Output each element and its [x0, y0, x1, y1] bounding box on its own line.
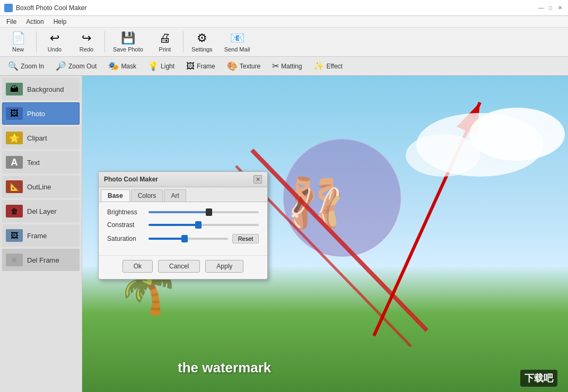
tab-zoom-in[interactable]: 🔍 Zoom In — [2, 58, 50, 74]
tab-mask-label: Mask — [121, 63, 136, 70]
dialog-tab-base[interactable]: Base — [101, 189, 130, 202]
save-button[interactable]: 💾 Save Photo — [107, 29, 149, 55]
sidebar-item-outline[interactable]: 📐 OutLine — [2, 176, 80, 198]
mask-icon: 🎭 — [108, 61, 119, 71]
sidebar-item-background[interactable]: 🏔 Background — [2, 78, 80, 100]
brightness-thumb — [206, 208, 212, 216]
svg-line-3 — [252, 150, 427, 330]
restore-button[interactable]: □ — [547, 4, 554, 12]
new-button[interactable]: 📄 New — [2, 29, 34, 55]
menu-help[interactable]: Help — [49, 17, 71, 27]
sidebar-item-delframe: ✖ Del Frame — [2, 249, 80, 271]
sidebar: 🏔 Background 🖼 Photo ⭐ Clipart A Text 📐 … — [0, 76, 82, 392]
tab-light[interactable]: 💡 Light — [142, 58, 180, 74]
tab-matting-label: Matting — [281, 63, 302, 70]
dialog-footer: Ok Cancel Apply — [99, 255, 267, 279]
canvas-area[interactable]: 🌴 🩰 the watermark — [82, 76, 568, 392]
svg-line-6 — [374, 102, 480, 336]
sidebar-item-photo[interactable]: 🖼 Photo — [2, 102, 80, 125]
background-icon: 🏔 — [6, 83, 23, 95]
sidebar-outline-label: OutLine — [27, 183, 51, 191]
ok-button[interactable]: Ok — [123, 260, 153, 273]
saturation-row: Saturation Reset — [107, 234, 259, 243]
app-title: Boxoft Photo Cool Maker — [16, 4, 86, 12]
tab-effect[interactable]: ✨ Effect — [308, 58, 348, 74]
sendmail-button[interactable]: 📧 Send Mail — [219, 29, 256, 55]
saturation-fill — [148, 238, 185, 240]
menu-action[interactable]: Action — [22, 17, 48, 27]
save-label: Save Photo — [113, 46, 143, 53]
tab-zoom-in-label: Zoom In — [21, 63, 44, 70]
light-icon: 💡 — [148, 61, 159, 71]
print-icon: 🖨 — [159, 31, 171, 45]
dialog-title: Photo Cool Maker — [104, 176, 158, 183]
titlebar-left: Boxoft Photo Cool Maker — [4, 4, 86, 12]
brightness-fill — [148, 211, 209, 213]
toolbar-sep-1 — [36, 31, 37, 53]
sidebar-background-label: Background — [27, 85, 64, 93]
sendmail-label: Send Mail — [224, 46, 250, 53]
reset-button[interactable]: Reset — [232, 234, 259, 243]
save-icon: 💾 — [121, 31, 135, 45]
main-content: 🏔 Background 🖼 Photo ⭐ Clipart A Text 📐 … — [0, 76, 568, 392]
text-icon: A — [6, 156, 23, 169]
tab-texture[interactable]: 🎨 Texture — [221, 58, 266, 74]
contrast-label: Constrast — [107, 221, 144, 229]
dialog-tab-colors[interactable]: Colors — [131, 189, 163, 202]
zoom-in-icon: 🔍 — [8, 61, 19, 71]
tab-zoom-out-label: Zoom Out — [68, 63, 97, 70]
texture-icon: 🎨 — [227, 61, 238, 71]
saturation-label: Saturation — [107, 235, 144, 242]
svg-point-9 — [406, 134, 480, 177]
svg-point-8 — [469, 108, 565, 161]
app-icon — [4, 4, 13, 12]
dialog: Photo Cool Maker ✕ Base Colors Art Brigh… — [98, 171, 268, 280]
redo-label: Redo — [80, 46, 93, 53]
dialog-titlebar: Photo Cool Maker ✕ — [99, 172, 267, 187]
effect-icon: ✨ — [313, 61, 324, 71]
redo-button[interactable]: ↪ Redo — [71, 29, 102, 55]
sidebar-item-frame[interactable]: 🖼 Frame — [2, 224, 80, 247]
brightness-track[interactable] — [148, 211, 259, 213]
undo-label: Undo — [48, 46, 62, 53]
sidebar-item-clipart[interactable]: ⭐ Clipart — [2, 127, 80, 149]
contrast-row: Constrast — [107, 221, 259, 229]
settings-button[interactable]: ⚙ Settings — [186, 29, 219, 55]
sidebar-dellayer-label: Del Layer — [27, 207, 57, 215]
apply-button[interactable]: Apply — [205, 260, 243, 273]
undo-icon: ↩ — [50, 31, 59, 45]
sidebar-frame-icon: 🖼 — [6, 229, 23, 242]
sidebar-delframe-label: Del Frame — [27, 256, 59, 264]
matting-icon: ✂ — [272, 61, 279, 71]
svg-text:🩰: 🩰 — [286, 175, 346, 231]
cancel-button[interactable]: Cancel — [158, 260, 200, 273]
undo-button[interactable]: ↩ Undo — [39, 29, 71, 55]
saturation-track[interactable] — [148, 238, 228, 240]
menu-file[interactable]: File — [2, 17, 21, 27]
dialog-close-button[interactable]: ✕ — [254, 175, 262, 184]
tab-zoom-out[interactable]: 🔎 Zoom Out — [50, 58, 102, 74]
svg-point-1 — [284, 140, 400, 256]
redo-icon: ↪ — [82, 31, 91, 45]
close-button[interactable]: ✕ — [556, 4, 564, 12]
brightness-row: Brightness — [107, 208, 259, 216]
contrast-track[interactable] — [148, 224, 259, 226]
brightness-label: Brightness — [107, 208, 144, 216]
dialog-tab-art[interactable]: Art — [164, 189, 186, 202]
tab-frame[interactable]: 🖼 Frame — [180, 58, 221, 74]
new-icon: 📄 — [11, 31, 25, 45]
tab-matting[interactable]: ✂ Matting — [266, 58, 308, 74]
logo-badge: 下载吧 — [520, 370, 557, 387]
sidebar-item-text[interactable]: A Text — [2, 151, 80, 173]
minimize-button[interactable]: — — [537, 4, 545, 12]
tab-mask[interactable]: 🎭 Mask — [102, 58, 142, 74]
sendmail-icon: 📧 — [230, 31, 244, 45]
contrast-thumb — [195, 221, 202, 229]
toolbar-sep-3 — [183, 31, 183, 53]
tab-texture-label: Texture — [240, 63, 260, 70]
watermark-text: the watermark — [178, 360, 271, 376]
print-button[interactable]: 🖨 Print — [149, 29, 181, 55]
sidebar-item-dellayer[interactable]: 🗑 Del Layer — [2, 200, 80, 222]
photo-icon: 🖼 — [6, 107, 23, 120]
clipart-icon: ⭐ — [6, 132, 23, 144]
